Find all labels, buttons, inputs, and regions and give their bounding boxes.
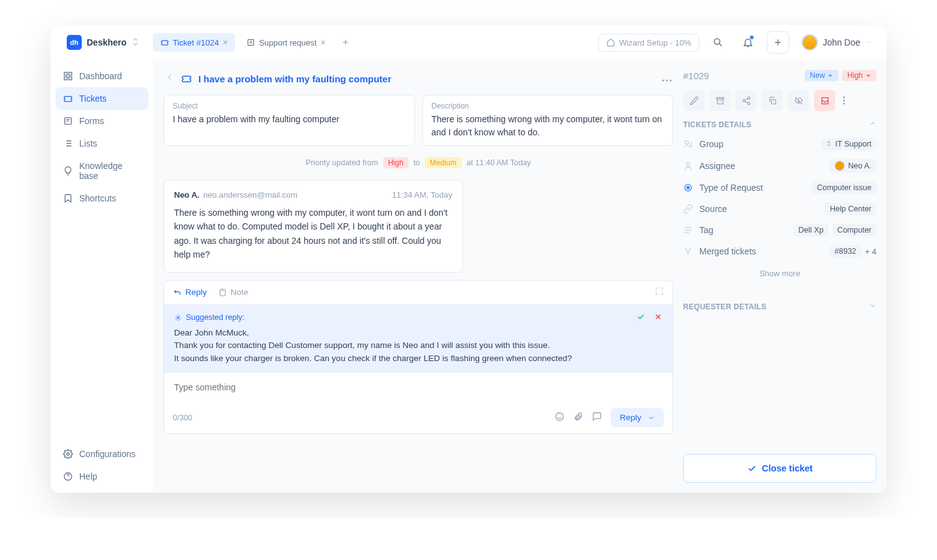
sender-name: Neo A.: [174, 190, 200, 200]
suggested-label: Suggested reply:: [186, 313, 245, 322]
nav-label: Help: [79, 471, 97, 481]
svg-point-27: [687, 186, 689, 189]
tag-value[interactable]: Computer: [832, 224, 876, 236]
brand-selector[interactable]: dh Deskhero: [59, 31, 147, 54]
canned-button[interactable]: [592, 412, 602, 424]
more-horizontal-icon: [662, 79, 672, 82]
emoji-button[interactable]: [555, 412, 565, 424]
tab-reply[interactable]: Reply: [173, 287, 207, 297]
more-button[interactable]: [662, 73, 672, 84]
check-icon: [747, 463, 757, 473]
share-icon: [742, 96, 751, 105]
edit-button[interactable]: [683, 90, 704, 111]
pencil-icon: [689, 96, 699, 105]
sidebar-item-knowledge-base[interactable]: Knowledge base: [56, 155, 148, 187]
svg-point-18: [747, 102, 750, 105]
accept-suggestion[interactable]: [636, 312, 645, 323]
more-actions[interactable]: [840, 90, 848, 111]
nav-label: Knowledge base: [79, 161, 141, 181]
sidebar-item-lists[interactable]: Lists: [56, 132, 148, 155]
group-value[interactable]: IT Support: [821, 138, 876, 150]
requester-details-header[interactable]: REQUESTER DETAILS: [683, 302, 876, 311]
tab-label: Support request: [259, 38, 317, 47]
search-button[interactable]: [707, 31, 729, 54]
wizard-label: Wizard Setup - 10%: [619, 38, 691, 47]
delete-button[interactable]: [814, 90, 835, 111]
note-icon: [218, 288, 227, 297]
sidebar-item-help[interactable]: Help: [56, 465, 148, 488]
tab-strip: Ticket #1024 × Support request × +: [153, 33, 354, 52]
add-tab-button[interactable]: +: [337, 34, 354, 51]
svg-point-13: [177, 316, 179, 318]
tickets-details-header[interactable]: TICKETS DETAILS: [683, 120, 876, 129]
inbox-icon: [820, 96, 830, 105]
x-icon: [654, 312, 663, 321]
show-more-button[interactable]: Show more: [683, 266, 876, 281]
tag-value[interactable]: Dell Xp: [794, 224, 828, 236]
plus-icon: [773, 37, 783, 47]
chevron-down-icon: [827, 72, 833, 79]
ticket-icon: [181, 73, 192, 84]
expand-icon: [655, 287, 664, 296]
svg-point-9: [663, 80, 664, 82]
assignee-value[interactable]: Neo A.: [830, 159, 876, 173]
message-header: Neo A. neo.anderssen@mail.com 11:34 AM, …: [174, 190, 452, 200]
priority-to: Medium: [425, 157, 462, 168]
note-tab-label: Note: [231, 287, 249, 297]
sidebar-item-configurations[interactable]: Configurations: [56, 443, 148, 465]
sidebar-item-shortcuts[interactable]: Shortcuts: [56, 187, 148, 210]
wizard-setup[interactable]: Wizard Setup - 10%: [598, 34, 699, 52]
bookmark-icon: [63, 193, 73, 203]
tab-note[interactable]: Note: [218, 287, 249, 297]
close-icon[interactable]: ×: [321, 37, 326, 47]
close-ticket-button[interactable]: Close ticket: [683, 454, 876, 483]
body: Dashboard Tickets Forms Lists Knowledge …: [51, 60, 886, 493]
merged-more[interactable]: + 4: [865, 247, 876, 256]
help-icon: [63, 471, 73, 481]
send-reply-button[interactable]: Reply: [611, 408, 664, 427]
merged-value[interactable]: #8932: [830, 245, 862, 258]
reply-input[interactable]: [174, 382, 663, 392]
reject-suggestion[interactable]: [654, 312, 663, 323]
source-value[interactable]: Help Center: [825, 203, 876, 215]
message-time: 11:34 AM, Today: [392, 190, 452, 200]
nav-label: Configurations: [79, 449, 135, 459]
archive-button[interactable]: [709, 90, 731, 111]
ticket-thread: I have a problem with my faulting comput…: [163, 70, 673, 483]
attach-button[interactable]: [573, 412, 583, 424]
priority-badge[interactable]: High: [842, 70, 876, 81]
description-value: There is something wrong with my compute…: [432, 113, 664, 139]
description-field: Description There is something wrong wit…: [422, 95, 674, 146]
gear-icon: [63, 449, 73, 459]
create-button[interactable]: [767, 31, 789, 54]
chevron-updown-icon: [132, 37, 139, 48]
back-button[interactable]: [165, 72, 175, 85]
sidebar-item-forms[interactable]: Forms: [56, 110, 148, 132]
user-icon: [683, 161, 693, 171]
svg-point-14: [556, 413, 563, 420]
form-icon: [246, 38, 255, 47]
svg-rect-15: [716, 97, 723, 99]
detail-assignee: Assignee Neo A.: [683, 159, 876, 173]
svg-rect-3: [69, 72, 72, 75]
hide-button[interactable]: [788, 90, 809, 111]
svg-rect-5: [69, 77, 72, 80]
user-menu[interactable]: John Doe: [797, 32, 878, 53]
sidebar-item-dashboard[interactable]: Dashboard: [56, 65, 148, 87]
tab-ticket-1024[interactable]: Ticket #1024 ×: [153, 33, 235, 52]
expand-button[interactable]: [655, 287, 664, 298]
sidebar-item-tickets[interactable]: Tickets: [56, 87, 148, 110]
type-value[interactable]: Computer issue: [812, 181, 876, 194]
chevron-up-icon: [869, 120, 876, 129]
tab-support-request[interactable]: Support request ×: [239, 33, 333, 52]
svg-point-10: [666, 80, 668, 82]
close-icon[interactable]: ×: [223, 37, 228, 47]
compose-area: [164, 373, 672, 402]
svg-point-24: [828, 142, 830, 143]
paperclip-icon: [573, 412, 583, 422]
status-badge[interactable]: New: [805, 70, 838, 81]
copy-button[interactable]: [762, 90, 783, 111]
top-bar: dh Deskhero Ticket #1024 × Support reque…: [51, 25, 886, 60]
notifications-button[interactable]: [737, 31, 759, 54]
share-button[interactable]: [736, 90, 757, 111]
